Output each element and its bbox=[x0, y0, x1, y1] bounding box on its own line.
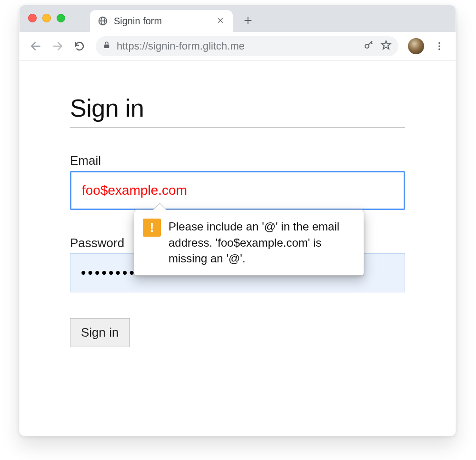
svg-point-4 bbox=[365, 44, 369, 48]
lock-icon bbox=[102, 41, 111, 51]
email-label: Email bbox=[70, 153, 405, 168]
warning-icon: ! bbox=[143, 219, 161, 237]
signin-button[interactable]: Sign in bbox=[70, 318, 130, 347]
minimize-window-button[interactable] bbox=[42, 14, 51, 22]
page-title: Sign in bbox=[70, 94, 405, 128]
close-tab-button[interactable] bbox=[215, 14, 226, 29]
tab-title: Signin form bbox=[114, 16, 162, 27]
maximize-window-button[interactable] bbox=[57, 14, 65, 22]
url-text: https://signin-form.glitch.me bbox=[117, 40, 357, 52]
svg-point-6 bbox=[438, 45, 440, 47]
close-window-button[interactable] bbox=[28, 14, 37, 22]
svg-point-5 bbox=[438, 42, 440, 44]
browser-window: Signin form https://signin-form.glitch.m… bbox=[19, 5, 456, 436]
reload-button[interactable] bbox=[70, 37, 89, 56]
browser-menu-button[interactable] bbox=[430, 37, 449, 56]
window-controls bbox=[28, 14, 65, 22]
browser-toolbar: https://signin-form.glitch.me bbox=[20, 32, 456, 60]
validation-tooltip: ! Please include an '@' in the email add… bbox=[134, 210, 364, 276]
page-content: Sign in Email ! Please include an '@' in… bbox=[20, 60, 456, 347]
svg-point-7 bbox=[438, 48, 440, 50]
address-bar[interactable]: https://signin-form.glitch.me bbox=[96, 36, 398, 56]
validation-message: Please include an '@' in the email addre… bbox=[169, 219, 354, 267]
globe-icon bbox=[98, 16, 108, 26]
svg-rect-3 bbox=[104, 44, 109, 48]
forward-button[interactable] bbox=[48, 37, 67, 56]
key-icon[interactable] bbox=[363, 40, 375, 53]
email-input[interactable] bbox=[70, 171, 405, 210]
back-button[interactable] bbox=[26, 37, 45, 56]
bookmark-star-icon[interactable] bbox=[380, 40, 392, 53]
email-field-group: Email ! Please include an '@' in the ema… bbox=[70, 153, 405, 210]
profile-avatar[interactable] bbox=[408, 38, 424, 54]
browser-tab[interactable]: Signin form bbox=[90, 10, 233, 32]
new-tab-button[interactable] bbox=[238, 11, 258, 30]
tab-bar: Signin form bbox=[20, 5, 456, 32]
